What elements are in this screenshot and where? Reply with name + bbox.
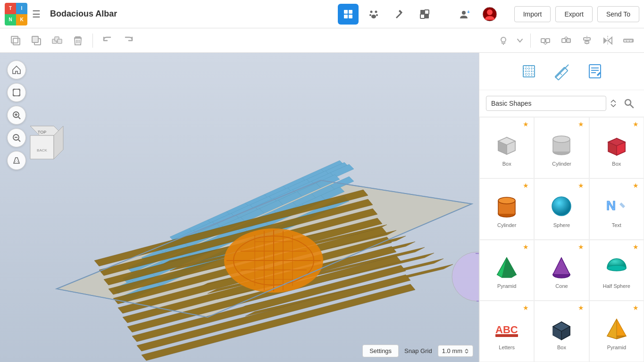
svg-line-205 [630,105,633,108]
redo-button[interactable] [119,32,137,50]
zoom-out-button[interactable] [7,128,26,147]
helper-dropdown-button[interactable] [515,32,525,50]
shape-item-box-red[interactable]: ★ Box [589,117,644,178]
svg-point-14 [462,11,466,15]
svg-marker-184 [30,135,54,159]
star-badge: ★ [523,243,529,251]
svg-text:TOP: TOP [38,130,46,135]
nav-blocks[interactable] [414,4,435,25]
home-view-button[interactable] [7,60,26,79]
toolbar [0,28,644,53]
svg-rect-10 [420,10,425,14]
shape-item-cone-purple[interactable]: ★ Cone [534,240,589,301]
svg-rect-21 [32,36,38,42]
redo-icon [123,35,134,46]
blocks-icon [419,9,430,19]
logo-t: T [5,3,16,14]
hamburger-icon[interactable]: ☰ [32,8,41,20]
shape-item-cylinder-gray[interactable]: ★ Cylinder [534,117,589,178]
user-avatar-button[interactable] [479,4,500,25]
nav-3d-view[interactable] [338,4,359,25]
logo-i: I [16,3,27,14]
shape-visual: ABC [493,314,521,343]
snap-grid-label: Snap Grid [404,347,432,354]
group-button[interactable] [536,32,554,50]
svg-line-198 [560,73,562,75]
svg-point-8 [371,15,376,18]
shape-visual [493,253,521,281]
panel-ruler-button[interactable] [550,59,574,83]
shape-visual [602,253,631,281]
avatar-icon [482,7,497,22]
panel-grid-button[interactable] [517,59,541,83]
svg-rect-19 [13,38,20,45]
align-button[interactable] [578,32,596,50]
star-badge: ★ [633,120,639,128]
shape-item-text-3d[interactable]: ★ N Text [589,178,644,240]
bulb-icon [498,35,509,46]
shape-visual [547,253,576,281]
duplicate-icon [31,35,42,46]
settings-button[interactable]: Settings [362,345,399,357]
chevron-down-icon [517,37,523,44]
send-to-button[interactable]: Send To [597,6,639,22]
ruler-tool-button[interactable] [619,32,637,50]
svg-rect-13 [425,14,429,18]
mirror-button[interactable] [599,32,617,50]
shapes-select[interactable]: Basic Shapes [486,96,606,111]
ungroup-button[interactable] [557,32,575,50]
svg-text:BACK: BACK [37,148,47,152]
star-badge: ★ [578,243,584,251]
undo-button[interactable] [99,32,117,50]
svg-point-17 [487,9,493,15]
add-user-button[interactable]: + [454,4,475,25]
ruler-icon [623,35,634,46]
svg-point-222 [498,197,515,204]
star-badge: ★ [633,182,639,189]
shape-name: Box [502,161,511,167]
shape-item-cylinder-orange[interactable]: ★ Cylinder [479,178,534,240]
user-icon: + [459,9,469,19]
delete-button[interactable] [69,32,87,50]
shapes-grid: ★ Box ★ [479,117,644,362]
search-button[interactable] [620,95,637,112]
fit-view-button[interactable] [7,83,26,102]
multi-duplicate-button[interactable] [48,32,66,50]
copy-workplane-icon [10,35,21,46]
logo-n: N [5,14,16,25]
svg-rect-3 [349,15,352,18]
shape-item-box-gray[interactable]: ★ Box [479,117,534,178]
shape-item-pyramid-green[interactable]: ★ Pyramid [479,240,534,301]
logo: T I N K [5,3,27,25]
shape-visual [602,131,631,159]
perspective-button[interactable] [7,151,26,170]
shape-item-box-dark[interactable]: ★ Box [534,301,589,362]
viewport[interactable]: TOP BACK Settings Snap Grid 1.0 mm [0,53,479,362]
svg-rect-35 [567,39,570,42]
nav-paw[interactable] [363,4,384,25]
helper-button[interactable] [494,32,512,50]
shape-item-half-sphere[interactable]: ★ Half Sphere [589,240,644,301]
view-cube[interactable]: TOP BACK [30,126,63,159]
copy-to-workplane-button[interactable] [7,32,25,50]
star-badge: ★ [523,120,529,128]
svg-rect-37 [584,38,590,40]
svg-point-4 [370,10,372,13]
import-button[interactable]: Import [514,6,551,22]
shape-visual [547,131,576,159]
nav-tools[interactable] [389,4,410,25]
shape-item-sphere[interactable]: ★ Sphere [534,178,589,240]
shape-visual [493,131,521,159]
panel-notes-button[interactable] [583,59,607,83]
topbar: T I N K ☰ Bodacious Albar [0,0,644,28]
snap-value[interactable]: 1.0 mm [438,345,473,357]
svg-rect-0 [344,10,348,14]
zoom-in-button[interactable] [7,106,26,125]
export-button[interactable]: Export [555,6,592,22]
shape-item-pyramid-yellow[interactable]: ★ Pyramid [589,301,644,362]
shape-visual [493,192,521,220]
fit-icon [12,88,21,97]
duplicate-button[interactable] [27,32,45,50]
panel-notes-icon [586,63,603,80]
shape-item-letters-red[interactable]: ★ ABC Letters [479,301,534,362]
